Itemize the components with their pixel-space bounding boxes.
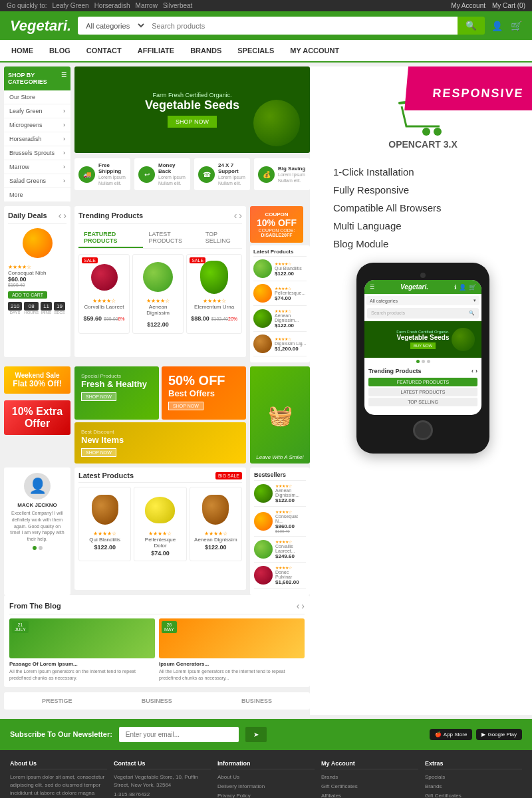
sidebar-menu-icon[interactable]: ☰ (61, 72, 66, 85)
phone-tab-latest[interactable]: LATEST PRODUCTS (368, 388, 477, 396)
footer-account-link-3[interactable]: Affiliates (321, 792, 418, 798)
footer-info-link-1[interactable]: About Us (217, 773, 315, 781)
link-leafy[interactable]: Leafy Green (53, 2, 89, 9)
link-silverbeat[interactable]: Silverbeat (163, 2, 192, 9)
footer-account-link-2[interactable]: Gift Certificates (321, 783, 418, 791)
subscribe-email-input[interactable] (119, 727, 239, 742)
hero-shop-now-button[interactable]: SHOP NOW (168, 116, 217, 128)
sidebar-item-microgreens[interactable]: Microgreens› (4, 118, 70, 132)
blog-post1-date: 21 JULY (12, 621, 29, 633)
nav-myaccount[interactable]: MY ACCOUNT (289, 40, 340, 61)
search-input[interactable] (146, 17, 458, 35)
phone-icons: ℹ 👤 🛒 (454, 284, 476, 291)
sidebar-item-more[interactable]: More (4, 188, 70, 202)
heart-icon[interactable]: 🛒 (511, 21, 522, 31)
footer-contact-title: Contact Us (114, 760, 211, 769)
blog-post1-image: 21 JULY (9, 618, 155, 658)
deals-prev[interactable]: ‹ (59, 210, 62, 221)
search-button[interactable]: 🔍 (458, 17, 485, 35)
phone-dot-2[interactable] (422, 360, 425, 363)
nav-specials[interactable]: SPECIALS (236, 40, 275, 61)
product2-stars: ★★★★☆ (137, 298, 179, 304)
brand-business1[interactable]: BUSINESS (142, 698, 172, 704)
nav-contact[interactable]: CONTACT (85, 40, 123, 61)
nav-home[interactable]: HOME (10, 40, 35, 61)
google-play-btn[interactable]: ▶ Google Play (476, 729, 522, 740)
latest-p2-price: $74.00 (138, 550, 182, 557)
phone-prev[interactable]: ‹ (471, 368, 473, 374)
sidebar-item-saladgreens[interactable]: Salad Greens› (4, 174, 70, 188)
nav-blog[interactable]: BLOG (48, 40, 72, 61)
sidebar-item-marrow[interactable]: Marrow› (4, 160, 70, 174)
phone-banner-btn[interactable]: BUY NOW (410, 342, 436, 349)
phone-categories[interactable]: All categories ▾ (366, 296, 479, 305)
blog-post2-excerpt: All the Lorem Ipsum generators on the in… (159, 668, 305, 682)
phone-tabs: FEATURED PRODUCTS LATEST PRODUCTS TOP SE… (364, 376, 481, 408)
my-cart-link[interactable]: My Cart (0) (492, 2, 525, 9)
banner1-btn[interactable]: SHOP NOW (81, 392, 116, 401)
trending-prev[interactable]: ‹ (234, 210, 237, 221)
phone-dot-3[interactable] (427, 360, 430, 363)
footer-extra-link-2[interactable]: Brands (425, 783, 522, 791)
hero-subtitle: Farm Fresh Certified Organic. (145, 92, 239, 98)
sidebar-item-horseradish[interactable]: Horseradish› (4, 132, 70, 146)
dot-2[interactable] (39, 546, 43, 550)
footer-account-link-1[interactable]: Brands (321, 773, 418, 781)
blog-next[interactable]: › (301, 600, 305, 611)
tab-latest[interactable]: LATEST PRODUCTS (143, 228, 200, 248)
right-panel: RESPONSIVE OPENCART 3.X 1-Click Installa… (310, 66, 532, 715)
extra-offer: 10% Extra Offer (9, 406, 65, 430)
footer-extra-link-3[interactable]: Gift Certificates (425, 792, 522, 798)
latest-p3-name: Aenean Dignissim (194, 537, 237, 543)
sidebar-item-ourstore[interactable]: Our Store (4, 90, 70, 104)
blog-post-2: 26 MAY Ipsum Generators... All the Lorem… (159, 618, 305, 682)
footer-extra-link-1[interactable]: Specials (425, 773, 522, 781)
logo[interactable]: Vegetari. (10, 17, 71, 35)
phone-tab-topselling[interactable]: TOP SELLING (368, 398, 477, 406)
blog-post2-title[interactable]: Ipsum Generators... (159, 661, 305, 667)
phone-header: ☰ Vegetari. ℹ 👤 🛒 (364, 280, 481, 294)
footer-info-link-3[interactable]: Privacy Policy (217, 792, 315, 798)
category-select[interactable]: All categories (78, 17, 146, 35)
app-store-btn[interactable]: 🍎 App Store (430, 729, 473, 740)
deals-add-to-cart[interactable]: ADD TO CART (8, 291, 47, 299)
dot-1[interactable] (33, 546, 37, 550)
deals-stars: ★★★★☆ (8, 264, 66, 270)
blog-post1-title[interactable]: Passage Of Lorem Ipsum... (9, 661, 155, 667)
phone-dot-1[interactable] (416, 360, 420, 363)
banner2-btn[interactable]: SHOP NOW (168, 402, 203, 410)
app-store-label: App Store (444, 732, 467, 737)
banner3-btn[interactable]: SHOP NOW (81, 448, 116, 457)
weekend-title: Weekend Sale (9, 372, 65, 379)
link-marrow[interactable]: Marrow (136, 2, 158, 9)
banner-best-offers: 50% OFF Best Offers SHOP NOW (162, 366, 246, 420)
tab-topselling[interactable]: TOP SELLING (200, 228, 242, 248)
footer-info-link-2[interactable]: Delivery Information (217, 783, 315, 791)
sidebar-item-leafygreen[interactable]: Leafy Green› (4, 104, 70, 118)
sidebar-item-brusselssprouts[interactable]: Brussels Sprouts› (4, 146, 70, 160)
subscribe-button[interactable]: ➤ (245, 727, 267, 742)
my-account-link[interactable]: My Account (451, 2, 485, 9)
trending-next[interactable]: › (239, 210, 242, 221)
blog-posts: 21 JULY Passage Of Lorem Ipsum... All th… (9, 618, 305, 682)
phone-search-bar: Search products 🔍 (367, 308, 479, 319)
tab-featured[interactable]: FEATURED PRODUCTS (78, 228, 143, 248)
phone-next[interactable]: › (475, 368, 477, 374)
phone-menu-icon: ☰ (370, 284, 374, 290)
phone-home-button[interactable] (413, 420, 433, 440)
brand-business2[interactable]: BUSINESS (241, 698, 272, 704)
nav-brands[interactable]: BRANDS (189, 40, 223, 61)
footer-phone[interactable]: 1-315-8876432 (114, 791, 211, 798)
shipping-icon: 🚚 (78, 166, 95, 183)
link-horseradish[interactable]: Horseradish (94, 2, 130, 9)
blog-post-1: 21 JULY Passage Of Lorem Ipsum... All th… (9, 618, 155, 682)
trending-header: Trending Products ‹› (78, 210, 242, 224)
latest-p1-stars: ★★★★☆ (83, 531, 126, 537)
user-icon[interactable]: 👤 (491, 21, 503, 31)
deals-next[interactable]: › (63, 210, 66, 221)
blog-prev[interactable]: ‹ (297, 600, 300, 611)
brand-prestige[interactable]: PRESTIGE (42, 698, 72, 704)
header-icons: 👤 🛒 (491, 21, 522, 31)
phone-tab-featured[interactable]: FEATURED PRODUCTS (368, 378, 477, 386)
nav-affiliate[interactable]: AFFILIATE (136, 40, 176, 61)
